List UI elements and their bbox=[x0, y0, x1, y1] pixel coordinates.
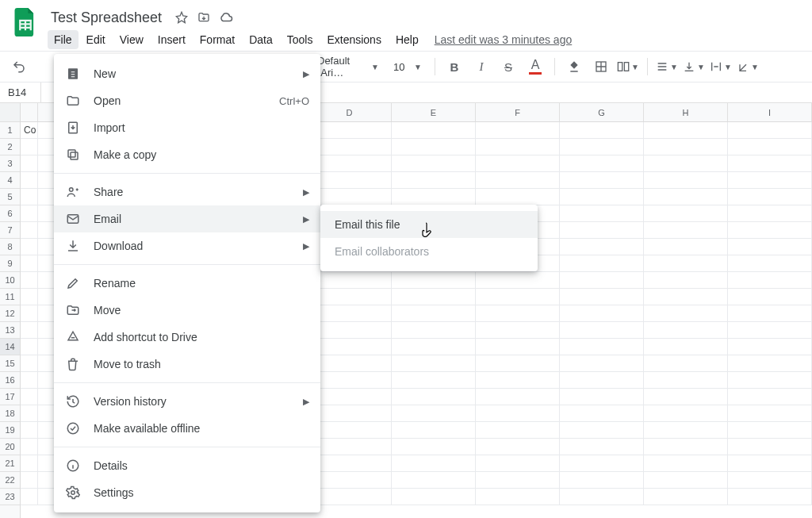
cloud-status-icon[interactable] bbox=[219, 10, 233, 25]
cell[interactable] bbox=[392, 389, 476, 405]
cell[interactable] bbox=[644, 355, 728, 372]
menu-file[interactable]: File bbox=[48, 30, 79, 49]
cell[interactable] bbox=[21, 189, 38, 205]
menu-item-version-history[interactable]: Version history ▶ bbox=[54, 388, 320, 415]
cell[interactable] bbox=[476, 489, 560, 505]
menu-item-settings[interactable]: Settings bbox=[54, 479, 320, 506]
cell[interactable] bbox=[560, 289, 644, 305]
cell[interactable] bbox=[728, 322, 812, 339]
cell[interactable] bbox=[476, 355, 560, 372]
cell[interactable] bbox=[644, 189, 728, 205]
cell[interactable] bbox=[560, 305, 644, 322]
cell[interactable] bbox=[644, 139, 728, 155]
row-header[interactable]: 8 bbox=[0, 239, 20, 255]
menu-item-rename[interactable]: Rename bbox=[54, 270, 320, 297]
menu-item-move[interactable]: Move bbox=[54, 297, 320, 324]
cell[interactable] bbox=[476, 189, 560, 205]
row-header[interactable]: 16 bbox=[0, 372, 20, 389]
row-header[interactable]: 12 bbox=[0, 305, 20, 322]
cell[interactable] bbox=[392, 289, 476, 305]
cell[interactable] bbox=[644, 405, 728, 422]
cell[interactable] bbox=[392, 272, 476, 289]
cell[interactable] bbox=[728, 372, 812, 389]
cell[interactable] bbox=[476, 455, 560, 472]
column-header[interactable]: H bbox=[644, 103, 728, 121]
cell[interactable] bbox=[392, 172, 476, 189]
cell[interactable] bbox=[560, 255, 644, 272]
cell[interactable] bbox=[644, 222, 728, 239]
star-icon[interactable] bbox=[174, 10, 189, 25]
cell[interactable] bbox=[21, 455, 38, 472]
cell[interactable] bbox=[644, 472, 728, 489]
cell[interactable] bbox=[728, 239, 812, 255]
cell[interactable]: Co bbox=[21, 122, 38, 139]
cell[interactable] bbox=[728, 172, 812, 189]
menu-view[interactable]: View bbox=[113, 30, 150, 49]
cell[interactable] bbox=[644, 439, 728, 455]
row-header[interactable]: 19 bbox=[0, 422, 20, 439]
cell[interactable] bbox=[560, 355, 644, 372]
cell[interactable] bbox=[476, 439, 560, 455]
cell[interactable] bbox=[728, 355, 812, 372]
cell[interactable] bbox=[560, 189, 644, 205]
move-folder-icon[interactable] bbox=[197, 10, 211, 25]
cell[interactable] bbox=[476, 289, 560, 305]
bold-button[interactable]: B bbox=[443, 56, 465, 78]
menu-item-share[interactable]: Share ▶ bbox=[54, 178, 320, 205]
menu-help[interactable]: Help bbox=[389, 30, 425, 49]
cell[interactable] bbox=[728, 222, 812, 239]
cell[interactable] bbox=[21, 139, 38, 155]
cell[interactable] bbox=[728, 455, 812, 472]
cell[interactable] bbox=[21, 372, 38, 389]
row-header[interactable]: 13 bbox=[0, 322, 20, 339]
row-header[interactable]: 6 bbox=[0, 205, 20, 222]
cell[interactable] bbox=[476, 305, 560, 322]
cell[interactable] bbox=[644, 422, 728, 439]
cell[interactable] bbox=[21, 322, 38, 339]
row-header[interactable]: 14 bbox=[0, 339, 20, 355]
cell[interactable] bbox=[560, 239, 644, 255]
cell[interactable] bbox=[560, 489, 644, 505]
v-align-button[interactable]: ▼ bbox=[683, 56, 705, 78]
cell[interactable] bbox=[21, 422, 38, 439]
cell[interactable] bbox=[728, 189, 812, 205]
menu-tools[interactable]: Tools bbox=[281, 30, 320, 49]
cell[interactable] bbox=[644, 155, 728, 172]
menu-extensions[interactable]: Extensions bbox=[320, 30, 387, 49]
text-color-button[interactable]: A bbox=[524, 56, 546, 78]
cell[interactable] bbox=[476, 139, 560, 155]
cell[interactable] bbox=[644, 489, 728, 505]
row-header[interactable]: 9 bbox=[0, 255, 20, 272]
column-header[interactable]: E bbox=[392, 103, 476, 121]
submenu-item-email-file[interactable]: Email this file bbox=[320, 211, 538, 238]
cell[interactable] bbox=[728, 389, 812, 405]
cell[interactable] bbox=[21, 489, 38, 505]
menu-format[interactable]: Format bbox=[193, 30, 241, 49]
cell[interactable] bbox=[644, 305, 728, 322]
cell[interactable] bbox=[21, 289, 38, 305]
cell[interactable] bbox=[21, 255, 38, 272]
text-wrap-button[interactable]: ▼ bbox=[710, 56, 732, 78]
borders-button[interactable] bbox=[590, 56, 612, 78]
row-header[interactable]: 2 bbox=[0, 139, 20, 155]
cell[interactable] bbox=[728, 489, 812, 505]
cell[interactable] bbox=[560, 172, 644, 189]
cell[interactable] bbox=[476, 372, 560, 389]
cell[interactable] bbox=[560, 405, 644, 422]
cell[interactable] bbox=[728, 205, 812, 222]
cell[interactable] bbox=[644, 372, 728, 389]
cell[interactable] bbox=[560, 439, 644, 455]
column-header[interactable]: G bbox=[560, 103, 644, 121]
cell[interactable] bbox=[728, 405, 812, 422]
font-family-select[interactable]: Default (Ari… ▼ bbox=[312, 55, 384, 79]
cell[interactable] bbox=[560, 205, 644, 222]
row-header[interactable]: 11 bbox=[0, 289, 20, 305]
cell[interactable] bbox=[728, 255, 812, 272]
cell[interactable] bbox=[560, 155, 644, 172]
cell[interactable] bbox=[392, 439, 476, 455]
text-rotation-button[interactable]: ▼ bbox=[737, 56, 759, 78]
cell[interactable] bbox=[728, 122, 812, 139]
menu-item-add-shortcut[interactable]: Add shortcut to Drive bbox=[54, 324, 320, 351]
fill-color-button[interactable] bbox=[563, 56, 585, 78]
cell[interactable] bbox=[476, 272, 560, 289]
